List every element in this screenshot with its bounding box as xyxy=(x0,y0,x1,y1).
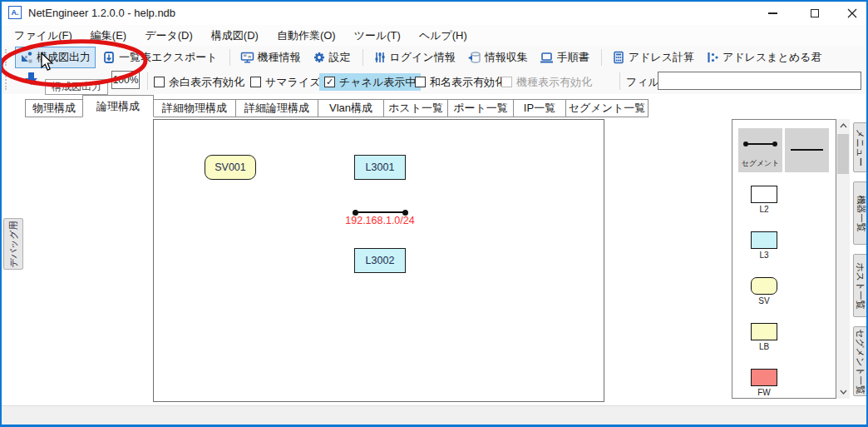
tab-segment-list[interactable]: セグメント一覧 xyxy=(565,99,649,117)
collect-info-button[interactable]: 情報収集 xyxy=(462,47,533,68)
address-aggregate-button[interactable]: アドレスまとめる君 xyxy=(701,47,826,68)
palette-item-l2[interactable] xyxy=(751,186,777,203)
toolbar-grip[interactable] xyxy=(5,73,9,90)
toolbar-separator xyxy=(147,72,148,90)
close-button[interactable] xyxy=(833,2,868,25)
calculator-icon xyxy=(612,51,625,64)
node-l3001[interactable]: L3001 xyxy=(354,155,406,180)
arrow-down-icon xyxy=(24,72,38,87)
export-icon xyxy=(102,51,116,64)
side-tab-segment-list[interactable]: セグメント一覧 xyxy=(853,326,867,396)
side-tab-label: 機器一覧 xyxy=(854,195,866,231)
palette-scrollbar[interactable] xyxy=(836,119,850,399)
login-info-button[interactable]: ログイン情報 xyxy=(368,47,461,68)
device-info-button[interactable]: 機種情報 xyxy=(235,47,306,68)
login-info-label: ログイン情報 xyxy=(390,50,456,65)
side-tab-label: セグメント一覧 xyxy=(854,329,866,394)
palette-item-sv[interactable] xyxy=(751,277,777,295)
address-icon xyxy=(706,51,719,64)
checkbox-icon xyxy=(154,77,165,87)
tab-detail-logical[interactable]: 詳細論理構成 xyxy=(235,99,318,117)
diagram-canvas[interactable]: SV001 L3001 192.168.1.0/24 L3002 xyxy=(153,119,604,402)
checkbox-model-display: 機種表示有効化 xyxy=(501,73,592,91)
chevron-up-icon xyxy=(840,123,847,128)
close-icon xyxy=(847,8,857,18)
toolbar-separator xyxy=(362,49,363,66)
palette-item-l3[interactable] xyxy=(751,231,777,249)
checkbox-japanese-name[interactable]: 和名表示有効化 xyxy=(415,73,506,91)
menu-edit[interactable]: 編集(E) xyxy=(81,28,136,43)
tab-detail-physical[interactable]: 詳細物理構成 xyxy=(153,99,236,117)
checkbox-margin-display[interactable]: 余白表示有効化 xyxy=(154,73,244,91)
tab-logical[interactable]: 論理構成 xyxy=(82,95,154,117)
zoom-level-box[interactable]: 100% xyxy=(111,71,140,89)
gear-icon xyxy=(313,51,326,64)
scroll-up-button[interactable] xyxy=(836,119,850,132)
menu-diagram[interactable]: 構成図(D) xyxy=(202,28,268,43)
address-calc-button[interactable]: アドレス計算 xyxy=(607,47,699,68)
minimize-button[interactable] xyxy=(754,2,792,25)
procedure-doc-label: 手順書 xyxy=(557,50,589,65)
tooltip: 構成図出力 xyxy=(45,79,108,95)
minimize-icon xyxy=(768,12,777,14)
menu-data[interactable]: データ(D) xyxy=(136,28,202,43)
side-tab-device-list[interactable]: 機器一覧 xyxy=(853,181,867,245)
side-tab-label: メニュー xyxy=(854,129,866,166)
export-list-button[interactable]: 一覧表エクスポート xyxy=(97,47,223,68)
tab-ip-list[interactable]: IP一覧 xyxy=(513,99,566,117)
filter-input[interactable] xyxy=(658,72,861,90)
node-sv001[interactable]: SV001 xyxy=(205,155,256,180)
palette-item-label: LB xyxy=(751,342,777,351)
scroll-thumb[interactable] xyxy=(837,134,849,174)
diagram-icon xyxy=(20,51,33,64)
menu-file[interactable]: ファイル(F) xyxy=(5,28,81,43)
side-tab-host-list[interactable]: ホスト一覧 xyxy=(853,254,867,317)
palette-item-label: L3 xyxy=(751,251,777,260)
checkbox-icon xyxy=(250,77,261,87)
tab-vlan[interactable]: Vlan構成 xyxy=(318,99,384,117)
node-l3002[interactable]: L3002 xyxy=(354,248,406,273)
checkbox-channel-display[interactable]: チャネル表示中 xyxy=(319,73,421,91)
segment-endpoint xyxy=(772,142,777,146)
diagram-output-button[interactable]: 構成図出力 xyxy=(15,47,96,68)
palette-item-fw[interactable] xyxy=(751,369,777,386)
app-window: A. NetEngineer 1.2.0.0 - help.ndb ファイル(F… xyxy=(0,0,868,427)
procedure-doc-button[interactable]: 手順書 xyxy=(535,47,594,68)
settings-button[interactable]: 設定 xyxy=(308,47,356,68)
segment-line[interactable] xyxy=(354,211,407,213)
segment-swatch-label: セグメント xyxy=(738,158,782,169)
menu-auto-work[interactable]: 自動作業(O) xyxy=(268,28,345,43)
diagram-output-label: 構成図出力 xyxy=(37,50,91,65)
palette-item-label: L2 xyxy=(751,205,777,214)
collect-info-label: 情報収集 xyxy=(485,50,528,65)
side-tab-menu[interactable]: メニュー xyxy=(853,122,867,172)
pin-down-button[interactable] xyxy=(24,72,39,88)
node-label: SV001 xyxy=(215,161,246,173)
tab-port-list[interactable]: ポート一覧 xyxy=(447,99,514,117)
maximize-button[interactable] xyxy=(796,2,833,25)
tab-host-list[interactable]: ホスト一覧 xyxy=(383,99,448,117)
segment-endpoint xyxy=(743,142,748,146)
palette-panel: セグメント L2 L3 SV LB FW xyxy=(732,119,836,399)
toolbar-grip[interactable] xyxy=(5,49,11,66)
segment-label: 192.168.1.0/24 xyxy=(318,215,442,226)
node-label: L3001 xyxy=(366,161,395,173)
main-toolbar: 構成図出力 一覧表エクスポート 機種情報 xyxy=(2,46,866,70)
node-label: L3002 xyxy=(366,255,395,266)
menu-tools[interactable]: ツール(T) xyxy=(345,28,410,43)
palette-line-swatch[interactable] xyxy=(785,128,829,172)
title-bar: A. NetEngineer 1.2.0.0 - help.ndb xyxy=(2,2,866,26)
view-toolbar: 100% 余白表示有効化 サマライズ化 チャネル表示中 和名表示有効化 機種表示… xyxy=(2,69,866,95)
address-aggregate-label: アドレスまとめる君 xyxy=(723,50,821,65)
laptop-icon xyxy=(540,51,554,64)
segment-sample-line xyxy=(744,143,777,145)
palette-item-lb[interactable] xyxy=(751,323,777,340)
scroll-down-button[interactable] xyxy=(836,385,850,399)
tab-physical[interactable]: 物理構成 xyxy=(25,99,83,117)
toolbar-separator xyxy=(229,49,230,66)
debug-side-tab[interactable]: デバッグ用 xyxy=(3,218,23,270)
palette-item-label: FW xyxy=(751,388,777,397)
palette-segment-swatch[interactable]: セグメント xyxy=(738,128,782,172)
chevron-down-icon xyxy=(840,390,847,395)
menu-help[interactable]: ヘルプ(H) xyxy=(410,28,476,43)
